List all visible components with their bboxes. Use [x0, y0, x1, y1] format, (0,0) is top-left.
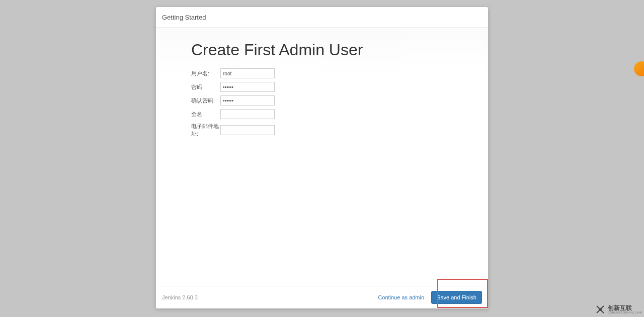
- dialog-footer: Jenkins 2.60.3 Continue as admin Save an…: [156, 286, 488, 308]
- form-row-confirm: 确认密码:: [191, 95, 453, 105]
- watermark-en: CXHLNET.XIN HU LIAN: [608, 311, 642, 314]
- form-row-email: 电子邮件地址:: [191, 123, 453, 138]
- svg-point-0: [599, 308, 602, 311]
- form-row-fullname: 全名:: [191, 109, 453, 119]
- password-input[interactable]: [220, 82, 275, 92]
- watermark-text: 创新互联 CXHLNET.XIN HU LIAN: [608, 305, 642, 314]
- watermark-cn: 创新互联: [608, 305, 642, 311]
- username-label: 用户名:: [191, 70, 220, 77]
- form-row-username: 用户名:: [191, 68, 453, 78]
- continue-as-admin-link[interactable]: Continue as admin: [378, 294, 424, 300]
- dialog-title: Getting Started: [162, 14, 206, 21]
- watermark: 创新互联 CXHLNET.XIN HU LIAN: [595, 304, 642, 315]
- password-label: 密码:: [191, 83, 220, 91]
- confirm-password-label: 确认密码:: [191, 97, 220, 104]
- dialog-body: Create First Admin User 用户名: 密码: 确认密码: 全…: [156, 28, 488, 286]
- page-title: Create First Admin User: [191, 41, 453, 59]
- dialog-header: Getting Started: [156, 7, 488, 28]
- form-row-password: 密码:: [191, 82, 453, 92]
- confirm-password-input[interactable]: [220, 95, 275, 105]
- email-label: 电子邮件地址:: [191, 123, 220, 138]
- fullname-input[interactable]: [220, 109, 275, 119]
- fullname-label: 全名:: [191, 111, 220, 118]
- email-input[interactable]: [220, 125, 275, 135]
- username-input[interactable]: [220, 68, 275, 78]
- setup-dialog: Getting Started Create First Admin User …: [156, 7, 488, 308]
- watermark-logo-icon: [595, 304, 606, 315]
- save-and-finish-button[interactable]: Save and Finish: [431, 291, 482, 304]
- version-text: Jenkins 2.60.3: [162, 294, 198, 300]
- floating-badge-icon: [634, 61, 644, 76]
- footer-actions: Continue as admin Save and Finish: [378, 291, 482, 304]
